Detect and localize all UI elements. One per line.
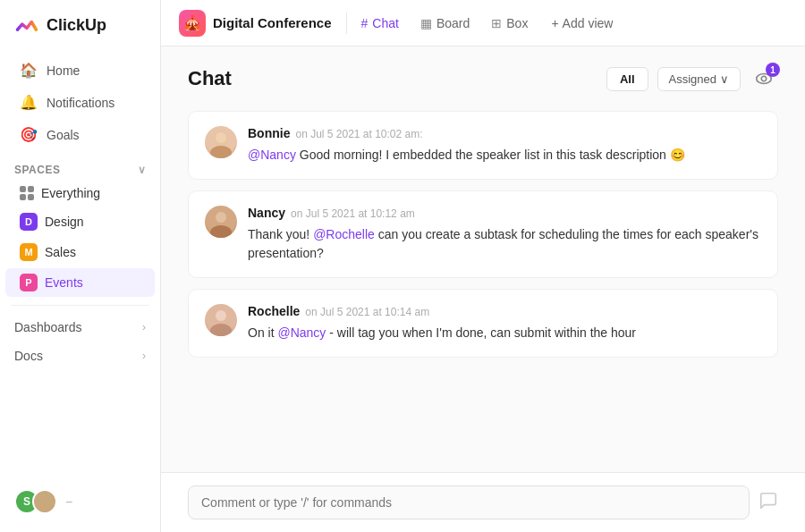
svg-point-11 [210,324,232,336]
sidebar-item-home[interactable]: 🏠 Home [5,55,155,86]
sidebar-item-sales[interactable]: M Sales [5,238,155,266]
avatar-nancy [205,206,237,238]
app-logo[interactable]: ClickUp [0,0,160,50]
app-name: ClickUp [47,16,106,35]
sidebar-item-docs[interactable]: Docs › [0,342,160,370]
sidebar-item-goals[interactable]: 🎯 Goals [5,119,155,150]
comment-input[interactable] [188,486,750,519]
add-view-label: Add view [563,16,614,30]
docs-label: Docs [14,349,43,363]
svg-point-0 [41,495,49,503]
svg-point-5 [210,146,232,158]
project-name: Digital Conference [213,15,332,30]
tab-chat-label: Chat [372,16,399,30]
chat-title: Chat [188,67,232,90]
mention-rochelle[interactable]: @Rochelle [313,227,375,241]
send-icon [758,491,778,515]
add-view-button[interactable]: + Add view [542,11,622,36]
sidebar-item-notifications[interactable]: 🔔 Notifications [5,87,155,118]
message-meta: Nancy on Jul 5 2021 at 10:12 am [248,206,761,220]
project-info: 🎪 Digital Conference [179,10,332,37]
message-body: Bonnie on Jul 5 2021 at 10:02 am: @Nancy… [248,126,761,165]
grid-icon [20,186,34,200]
sidebar-item-home-label: Home [47,63,80,78]
chevron-down-icon: ∨ [720,72,729,86]
svg-point-3 [761,76,767,81]
sidebar-footer: S – [0,480,160,523]
sidebar-item-everything[interactable]: Everything [5,181,155,206]
filter-all-button[interactable]: All [606,67,648,91]
plus-icon: + [551,16,558,30]
sidebar-item-design-label: Design [45,215,84,229]
bell-icon: 🔔 [20,94,38,111]
spaces-section-header: Spaces ∨ [0,155,160,180]
svg-point-9 [216,212,226,223]
comment-bar [161,472,805,532]
sidebar-item-sales-label: Sales [45,245,76,259]
home-icon: 🏠 [20,62,38,79]
message-content-after: - will tag you when I'm done, can submit… [326,325,636,340]
user-menu-arrow[interactable]: – [66,495,72,508]
events-badge: P [20,274,38,291]
filter-assigned-button[interactable]: Assigned ∨ [657,67,741,91]
dashboards-label: Dashboards [14,320,82,334]
eye-badge: 1 [766,63,780,77]
tab-box[interactable]: ⊞ Box [480,11,538,36]
tab-chat[interactable]: # Chat [351,11,410,36]
sidebar-item-everything-label: Everything [41,186,100,200]
avatar-rochelle [205,304,237,336]
message-time: on Jul 5 2021 at 10:02 am: [295,128,422,140]
hash-icon: # [361,16,369,30]
tab-board-label: Board [436,16,470,30]
board-icon: ▦ [420,16,432,30]
sidebar-item-goals-label: Goals [47,128,80,142]
message-text: Thank you! @Rochelle can you create a su… [248,225,761,263]
eye-button[interactable]: 1 [750,64,778,93]
mention-nancy[interactable]: @Nancy [248,148,296,162]
message-author: Nancy [248,206,285,220]
avatar-bonnie [205,126,237,158]
docs-chevron-icon: › [142,350,146,362]
message-text: On it @Nancy - will tag you when I'm don… [248,324,761,342]
message-text: @Nancy Good morning! I embedded the spea… [248,146,761,165]
topbar-divider [346,13,347,34]
main-content: 🎪 Digital Conference # Chat ▦ Board ⊞ Bo… [161,0,805,532]
tab-box-label: Box [506,16,528,30]
svg-point-6 [216,132,226,143]
box-icon: ⊞ [491,16,502,30]
svg-point-12 [216,310,226,321]
spaces-chevron-icon[interactable]: ∨ [138,164,147,176]
project-icon: 🎪 [179,10,206,37]
message-content-1: Good morning! I embedded the speaker lis… [296,148,685,162]
sidebar-item-events-label: Events [45,275,83,290]
message-card: Nancy on Jul 5 2021 at 10:12 am Thank yo… [188,190,778,278]
message-time: on Jul 5 2021 at 10:14 am [305,306,429,318]
chat-header: Chat All Assigned ∨ 1 [188,64,778,93]
message-meta: Bonnie on Jul 5 2021 at 10:02 am: [248,126,761,140]
message-body: Nancy on Jul 5 2021 at 10:12 am Thank yo… [248,206,761,263]
sidebar-item-events[interactable]: P Events [5,268,155,297]
mention-nancy-2[interactable]: @Nancy [277,325,326,340]
sidebar-item-design[interactable]: D Design [5,207,155,236]
sidebar: ClickUp 🏠 Home 🔔 Notifications 🎯 Goals S… [0,0,161,532]
tab-board[interactable]: ▦ Board [410,11,480,36]
svg-point-8 [210,225,232,238]
assigned-label: Assigned [669,72,716,86]
sidebar-item-dashboards[interactable]: Dashboards › [0,313,160,342]
sales-badge: M [20,243,38,261]
message-time: on Jul 5 2021 at 10:12 am [291,207,415,220]
user-avatars[interactable]: S [14,489,57,514]
message-card: Bonnie on Jul 5 2021 at 10:02 am: @Nancy… [188,111,778,180]
message-content-before: On it [248,325,277,340]
svg-point-1 [38,503,51,512]
dashboards-chevron-icon: › [142,321,146,334]
spaces-label: Spaces [14,164,60,176]
sidebar-item-notifications-label: Notifications [47,96,114,110]
chat-area: Chat All Assigned ∨ 1 [161,46,805,472]
message-card: Rochelle on Jul 5 2021 at 10:14 am On it… [188,289,778,358]
topbar: 🎪 Digital Conference # Chat ▦ Board ⊞ Bo… [161,0,805,46]
messages-list: Bonnie on Jul 5 2021 at 10:02 am: @Nancy… [188,111,778,472]
message-author: Bonnie [248,126,290,140]
main-nav: 🏠 Home 🔔 Notifications 🎯 Goals [0,50,160,155]
sidebar-divider [11,305,149,306]
